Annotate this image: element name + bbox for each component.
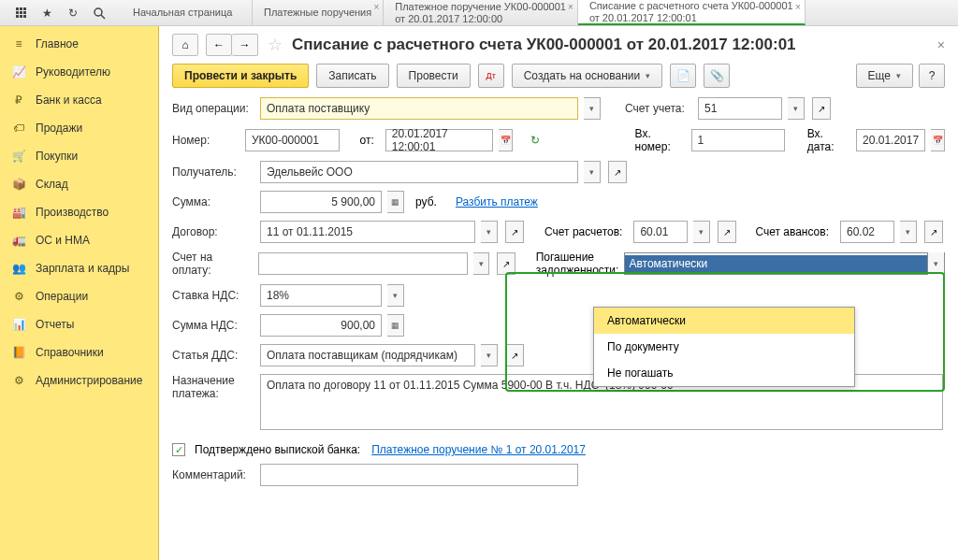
page-title: Списание с расчетного счета УК00-000001 …: [292, 36, 796, 54]
dropdown-icon[interactable]: ▾: [927, 252, 944, 275]
favorite-icon[interactable]: ☆: [266, 35, 284, 55]
open-ref-button[interactable]: ↗: [608, 161, 627, 183]
history-icon[interactable]: ↻: [65, 6, 80, 21]
calc-icon[interactable]: ▦: [387, 314, 404, 337]
open-ref-button[interactable]: ↗: [505, 344, 524, 366]
create-by-button[interactable]: Создать на основании: [512, 64, 663, 88]
action-toolbar: Провести и закрыть Записать Провести Дт …: [172, 64, 945, 88]
sidebar-item-manager[interactable]: 📈Руководителю: [0, 58, 158, 86]
gear-icon: ⚙: [11, 373, 26, 388]
post-close-button[interactable]: Провести и закрыть: [172, 64, 309, 88]
vat-rate-input[interactable]: 18%: [260, 284, 382, 307]
sidebar-item-references[interactable]: 📙Справочники: [0, 338, 158, 366]
more-button[interactable]: Еще: [856, 64, 913, 88]
dropdown-icon[interactable]: ▾: [387, 284, 404, 307]
op-type-input[interactable]: Оплата поставщику: [260, 97, 578, 120]
sidebar-item-assets[interactable]: 🚛ОС и НМА: [0, 226, 158, 254]
advance-acc-input[interactable]: 60.02: [840, 221, 894, 243]
sidebar-item-purchases[interactable]: 🛒Покупки: [0, 142, 158, 170]
attach-button[interactable]: 📎: [704, 64, 730, 88]
invoice-input[interactable]: [258, 252, 468, 275]
sidebar-item-warehouse[interactable]: 📦Склад: [0, 170, 158, 198]
tab-home[interactable]: Начальная страница: [122, 0, 253, 25]
in-date-input[interactable]: 20.01.2017: [856, 129, 925, 151]
calendar-icon[interactable]: 📅: [931, 129, 945, 151]
sidebar-item-bank[interactable]: ₽Банк и касса: [0, 86, 158, 114]
home-button[interactable]: ⌂: [172, 34, 198, 56]
debt-option-doc[interactable]: По документу: [594, 334, 854, 360]
forward-button[interactable]: →: [232, 34, 258, 56]
comment-input[interactable]: [260, 464, 578, 486]
account-input[interactable]: 51: [698, 97, 782, 120]
confirmed-checkbox[interactable]: ✓: [172, 443, 185, 456]
sidebar-item-salary[interactable]: 👥Зарплата и кадры: [0, 254, 158, 282]
contract-label: Договор:: [172, 225, 254, 238]
save-button[interactable]: Записать: [316, 64, 388, 88]
calendar-icon[interactable]: 📅: [499, 129, 513, 151]
dropdown-icon[interactable]: ▾: [584, 161, 601, 183]
debt-option-auto[interactable]: Автоматически: [594, 308, 854, 334]
settle-acc-input[interactable]: 60.01: [633, 221, 688, 243]
tab-payments[interactable]: Платежные поручения×: [253, 0, 384, 25]
open-ref-button[interactable]: ↗: [924, 221, 943, 243]
apps-icon[interactable]: [13, 6, 28, 21]
tab-writeoff[interactable]: Списание с расчетного счета УК00-000001о…: [578, 0, 806, 25]
back-button[interactable]: ←: [206, 34, 232, 56]
vat-amount-input[interactable]: 900,00: [260, 314, 382, 337]
date-input[interactable]: 20.01.2017 12:00:01: [385, 129, 493, 151]
confirmed-link[interactable]: Платежное поручение № 1 от 20.01.2017: [371, 443, 586, 456]
svg-point-0: [94, 8, 102, 16]
number-input[interactable]: УК00-000001: [245, 129, 340, 151]
debt-option-none[interactable]: Не погашать: [594, 360, 854, 386]
dropdown-icon[interactable]: ▾: [584, 97, 601, 120]
sidebar-item-sales[interactable]: 🏷Продажи: [0, 114, 158, 142]
tab-payment-doc[interactable]: Платежное поручение УК00-000001от 20.01.…: [384, 0, 578, 25]
open-ref-button[interactable]: ↗: [718, 221, 736, 243]
refresh-icon[interactable]: ↻: [530, 134, 540, 147]
contract-input[interactable]: 11 от 01.11.2015: [260, 221, 475, 243]
open-ref-button[interactable]: ↗: [497, 252, 515, 275]
sidebar-item-admin[interactable]: ⚙Администрирование: [0, 366, 158, 395]
dropdown-icon[interactable]: ▾: [900, 221, 917, 243]
top-toolbar: ★ ↻ Начальная страница Платежные поручен…: [0, 0, 958, 26]
dropdown-icon[interactable]: ▾: [788, 97, 805, 120]
debt-selected-value: Автоматически: [625, 255, 927, 272]
search-icon[interactable]: [92, 6, 107, 21]
truck-icon: 🚛: [11, 233, 26, 248]
dropdown-icon[interactable]: ▾: [473, 252, 490, 275]
post-button[interactable]: Провести: [397, 64, 471, 88]
dropdown-icon[interactable]: ▾: [693, 221, 710, 243]
debt-dropdown-input[interactable]: Автоматически ▾: [624, 252, 945, 275]
in-number-input[interactable]: 1: [691, 129, 786, 151]
recipient-input[interactable]: Эдельвейс ООО: [260, 161, 578, 183]
content-area: ⌂ ←→ ☆ Списание с расчетного счета УК00-…: [159, 26, 958, 560]
help-button[interactable]: ?: [919, 64, 945, 88]
print-button[interactable]: 📄: [670, 64, 696, 88]
cart-icon: 🛒: [11, 149, 26, 164]
calc-icon[interactable]: ▦: [387, 191, 404, 213]
tabs-container: Начальная страница Платежные поручения× …: [122, 0, 806, 25]
close-page-button[interactable]: ×: [937, 37, 945, 52]
amount-input[interactable]: 5 900,00: [260, 191, 382, 213]
sidebar-item-reports[interactable]: 📊Отчеты: [0, 310, 158, 338]
dropdown-icon[interactable]: ▾: [481, 221, 498, 243]
vat-amount-label: Сумма НДС:: [172, 319, 254, 332]
split-payment-link[interactable]: Разбить платеж: [456, 195, 538, 208]
open-ref-button[interactable]: ↗: [812, 97, 831, 120]
menu-icon: ≡: [11, 36, 26, 51]
sidebar-item-production[interactable]: 🏭Производство: [0, 198, 158, 226]
sidebar-item-main[interactable]: ≡Главное: [0, 30, 158, 58]
in-number-label: Вх. номер:: [635, 127, 680, 153]
star-icon[interactable]: ★: [39, 6, 54, 21]
close-icon[interactable]: ×: [568, 2, 573, 12]
close-icon[interactable]: ×: [795, 2, 801, 12]
open-ref-button[interactable]: ↗: [505, 221, 524, 243]
close-icon[interactable]: ×: [373, 2, 379, 12]
dropdown-icon[interactable]: ▾: [481, 344, 498, 366]
ops-icon: ⚙: [11, 289, 26, 304]
dds-input[interactable]: Оплата поставщикам (подрядчикам): [260, 344, 475, 366]
comment-label: Комментарий:: [172, 468, 254, 481]
sidebar-item-operations[interactable]: ⚙Операции: [0, 282, 158, 310]
dt-kt-button[interactable]: Дт: [478, 64, 504, 88]
book-icon: 📙: [11, 345, 26, 360]
